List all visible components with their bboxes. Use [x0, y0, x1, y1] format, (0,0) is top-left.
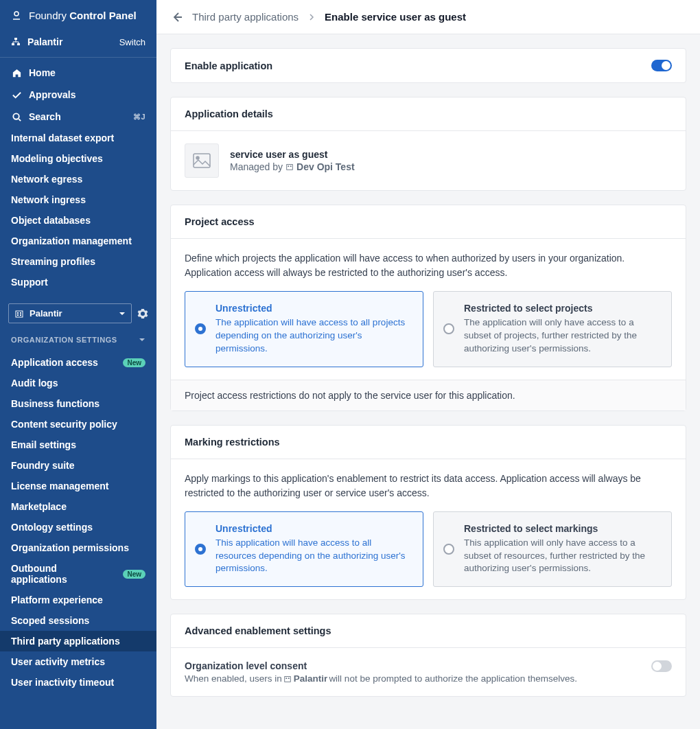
application-details-card: Application details service user as gues… — [170, 97, 686, 191]
svg-rect-16 — [285, 678, 287, 679]
svg-rect-10 — [194, 154, 210, 167]
nav-object-databases[interactable]: Object databases — [0, 210, 156, 231]
application-details-title: Application details — [171, 97, 686, 131]
section-org-settings[interactable]: ORGANIZATION SETTINGS — [0, 329, 156, 348]
svg-rect-17 — [288, 678, 290, 679]
svg-rect-7 — [20, 312, 21, 314]
nav-organization-management[interactable]: Organization management — [0, 231, 156, 251]
back-arrow-icon[interactable] — [172, 12, 183, 23]
breadcrumb-prev[interactable]: Third party applications — [192, 11, 299, 23]
nav-user-inactivity-timeout[interactable]: User inactivity timeout — [0, 672, 156, 693]
check-icon — [11, 89, 22, 100]
foundry-logo-icon — [11, 10, 22, 21]
org-name: Palantir — [27, 36, 62, 47]
application-thumbnail — [185, 143, 219, 178]
chevron-down-icon — [119, 310, 126, 317]
nav-modeling-objectives[interactable]: Modeling objectives — [0, 148, 156, 169]
org-selector[interactable]: Palantir — [8, 303, 132, 323]
marking-restricted-option[interactable]: Restricted to select markings This appli… — [433, 511, 672, 588]
nav-search[interactable]: Search ⌘J — [0, 106, 156, 128]
svg-rect-14 — [290, 165, 292, 167]
radio-icon — [195, 323, 206, 334]
svg-rect-12 — [287, 165, 293, 170]
nav-org-group: Application accessNew Audit logs Busines… — [0, 348, 156, 697]
project-access-unrestricted-option[interactable]: Unrestricted The application will have a… — [185, 291, 423, 367]
advanced-settings-title: Advanced enablement settings — [171, 614, 686, 648]
nav-application-access[interactable]: Application accessNew — [0, 352, 156, 373]
nav-outbound-applications[interactable]: Outbound applicationsNew — [0, 558, 156, 590]
svg-rect-13 — [288, 165, 289, 167]
project-access-card: Project access Define which projects the… — [170, 205, 686, 411]
nav-marketplace[interactable]: Marketplace — [0, 496, 156, 517]
svg-rect-2 — [12, 43, 14, 45]
org-level-consent-desc: When enabled, users in Palantir will not… — [185, 673, 577, 684]
org-building-icon — [285, 163, 294, 171]
org-building-icon — [14, 309, 24, 319]
svg-rect-15 — [285, 676, 291, 682]
advanced-settings-card: Advanced enablement settings Organizatio… — [170, 614, 686, 697]
radio-icon — [443, 323, 454, 334]
marking-unrestricted-option[interactable]: Unrestricted This application will have … — [185, 511, 423, 588]
svg-rect-6 — [17, 312, 19, 314]
nav-third-party-applications[interactable]: Third party applications — [0, 631, 156, 651]
nav-ontology-settings[interactable]: Ontology settings — [0, 517, 156, 537]
org-level-consent-title: Organization level consent — [185, 660, 577, 671]
search-icon — [11, 111, 22, 122]
marking-restrictions-title: Marking restrictions — [171, 426, 686, 459]
nav-foundry-suite[interactable]: Foundry suite — [0, 455, 156, 476]
radio-icon — [195, 544, 206, 555]
nav-business-functions[interactable]: Business functions — [0, 393, 156, 414]
svg-rect-9 — [20, 314, 21, 316]
badge-new: New — [123, 358, 145, 367]
enable-application-title: Enable application — [185, 60, 272, 71]
svg-rect-3 — [17, 43, 20, 45]
org-selector-label: Palantir — [30, 308, 113, 319]
breadcrumb-current: Enable service user as guest — [325, 11, 466, 23]
nav-network-ingress[interactable]: Network ingress — [0, 189, 156, 210]
shortcut-label: ⌘J — [133, 113, 145, 121]
main-content: Third party applications Enable service … — [156, 0, 700, 729]
sidebar: Foundry Control Panel Palantir Switch Ho… — [0, 0, 156, 729]
managing-org: Dev Opi Test — [296, 161, 355, 172]
nav-organization-permissions[interactable]: Organization permissions — [0, 537, 156, 558]
nav-scoped-sessions[interactable]: Scoped sessions — [0, 610, 156, 631]
marking-restrictions-description: Apply markings to this application's ena… — [185, 472, 672, 500]
switch-org-link[interactable]: Switch — [119, 37, 145, 47]
gear-icon[interactable] — [137, 308, 148, 319]
nav-label: Search — [29, 111, 61, 122]
svg-point-4 — [13, 113, 19, 119]
nav-email-settings[interactable]: Email settings — [0, 435, 156, 455]
nav-approvals[interactable]: Approvals — [0, 84, 156, 106]
nav-network-egress[interactable]: Network egress — [0, 169, 156, 189]
nav-support[interactable]: Support — [0, 272, 156, 292]
home-icon — [11, 67, 22, 78]
nav-platform-experience[interactable]: Platform experience — [0, 590, 156, 610]
breadcrumb: Third party applications Enable service … — [156, 0, 700, 34]
org-selector-row: Palantir — [8, 303, 148, 323]
chevron-right-icon — [308, 14, 315, 21]
sidebar-org-row: Palantir Switch — [0, 30, 156, 58]
badge-new: New — [123, 570, 145, 579]
enable-application-card: Enable application — [170, 48, 686, 83]
chevron-down-icon — [139, 336, 145, 343]
svg-point-0 — [14, 12, 19, 16]
nav-license-management[interactable]: License management — [0, 476, 156, 496]
nav-content-security-policy[interactable]: Content security policy — [0, 414, 156, 435]
managed-by-prefix: Managed by — [230, 161, 283, 172]
project-access-restricted-option[interactable]: Restricted to select projects The applic… — [433, 291, 672, 367]
org-building-icon — [283, 675, 292, 683]
nav-internal-dataset-export[interactable]: Internal dataset export — [0, 128, 156, 148]
nav-audit-logs[interactable]: Audit logs — [0, 373, 156, 393]
nav-home[interactable]: Home — [0, 62, 156, 84]
svg-rect-5 — [16, 311, 23, 317]
nav-user-activity-metrics[interactable]: User activity metrics — [0, 651, 156, 672]
radio-icon — [443, 544, 454, 555]
nav-streaming-profiles[interactable]: Streaming profiles — [0, 251, 156, 272]
project-access-footer: Project access restrictions do not apply… — [171, 380, 686, 410]
org-level-consent-toggle[interactable] — [651, 660, 672, 672]
svg-rect-8 — [17, 314, 19, 316]
org-hierarchy-icon — [11, 37, 21, 47]
enable-application-toggle[interactable] — [651, 60, 672, 71]
svg-point-11 — [196, 157, 199, 159]
brand-bold: Control Panel — [69, 10, 137, 21]
